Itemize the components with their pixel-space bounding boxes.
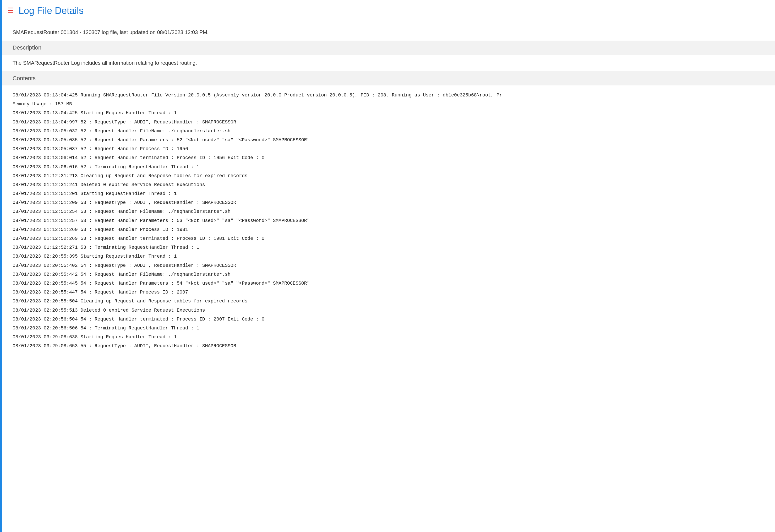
log-line: 08/01/2023 00:13:06:014 52 : Request Han… bbox=[13, 153, 765, 162]
log-line: 08/01/2023 02:20:55:445 54 : Request Han… bbox=[13, 279, 765, 288]
log-line: 08/01/2023 01:12:52:269 53 : Request Han… bbox=[13, 234, 765, 243]
menu-icon[interactable]: ☰ bbox=[7, 7, 14, 14]
log-line: 08/01/2023 03:29:08:638 Starting Request… bbox=[13, 333, 765, 342]
log-line: 08/01/2023 00:13:04:425 Starting Request… bbox=[13, 108, 765, 117]
log-line: 08/01/2023 00:13:05:037 52 : Request Han… bbox=[13, 144, 765, 153]
log-line: 08/01/2023 01:12:52:271 53 : Terminating… bbox=[13, 243, 765, 252]
log-line: 08/01/2023 01:12:31:241 Deleted 0 expire… bbox=[13, 180, 765, 189]
log-line: 08/01/2023 00:13:06:016 52 : Terminating… bbox=[13, 162, 765, 171]
description-section-header: Description bbox=[2, 41, 775, 55]
log-line: 08/01/2023 01:12:51:260 53 : Request Han… bbox=[13, 225, 765, 234]
log-line: 08/01/2023 02:20:55:447 54 : Request Han… bbox=[13, 288, 765, 297]
log-line: 08/01/2023 02:20:55:504 Cleaning up Requ… bbox=[13, 297, 765, 306]
log-line: 08/01/2023 00:13:05:035 52 : Request Han… bbox=[13, 135, 765, 144]
log-line: 08/01/2023 00:13:04:997 52 : RequestType… bbox=[13, 118, 765, 127]
log-line: 08/01/2023 02:20:55:513 Deleted 0 expire… bbox=[13, 306, 765, 315]
log-line: 08/01/2023 02:20:55:442 54 : Request Han… bbox=[13, 270, 765, 279]
log-line: 08/01/2023 00:13:04:425 Running SMAReque… bbox=[13, 91, 765, 100]
log-line: Memory Usage : 157 MB bbox=[13, 100, 765, 108]
page-header: ☰ Log File Details bbox=[2, 0, 775, 21]
log-line: 08/01/2023 03:29:08:653 55 : RequestType… bbox=[13, 342, 765, 350]
page-title: Log File Details bbox=[19, 5, 84, 16]
log-line: 08/01/2023 01:12:51:254 53 : Request Han… bbox=[13, 207, 765, 216]
log-line: 08/01/2023 01:12:51:209 53 : RequestType… bbox=[13, 198, 765, 207]
log-line: 08/01/2023 01:12:51:201 Starting Request… bbox=[13, 189, 765, 198]
log-line: 08/01/2023 02:20:55:395 Starting Request… bbox=[13, 252, 765, 261]
log-file-subtitle: SMARequestRouter 001304 - 120307 log fil… bbox=[2, 21, 775, 41]
description-text: The SMARequestRouter Log includes all in… bbox=[2, 55, 775, 71]
log-line: 08/01/2023 01:12:51:257 53 : Request Han… bbox=[13, 216, 765, 225]
log-line: 08/01/2023 00:13:05:032 52 : Request Han… bbox=[13, 127, 765, 135]
contents-section-header: Contents bbox=[2, 71, 775, 85]
log-line: 08/01/2023 02:20:55:402 54 : RequestType… bbox=[13, 261, 765, 270]
log-line: 08/01/2023 02:20:56:506 54 : Terminating… bbox=[13, 324, 765, 333]
log-line: 08/01/2023 01:12:31:213 Cleaning up Requ… bbox=[13, 171, 765, 180]
log-contents: 08/01/2023 00:13:04:425 Running SMAReque… bbox=[2, 85, 775, 356]
log-line: 08/01/2023 02:20:56:504 54 : Request Han… bbox=[13, 315, 765, 324]
